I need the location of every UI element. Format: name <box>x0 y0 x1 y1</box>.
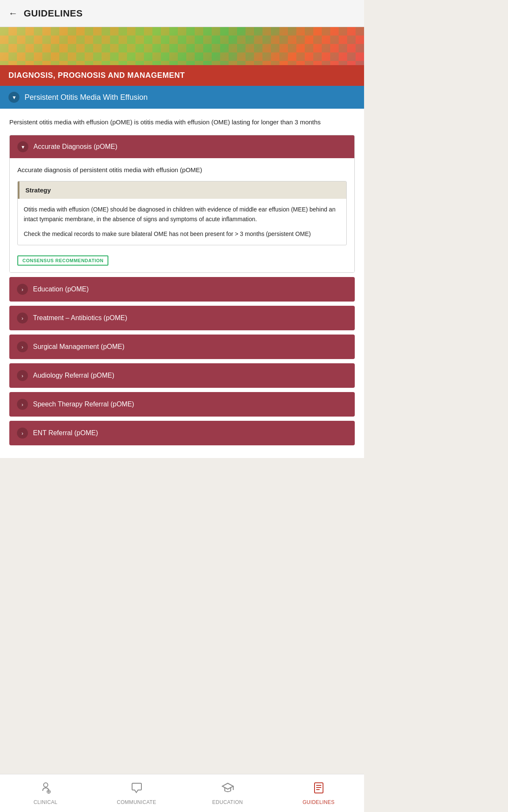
chevron-right-icon: › <box>17 284 28 295</box>
nav-label-education: EDUCATION <box>212 799 243 805</box>
chevron-right-icon: › <box>17 399 28 410</box>
accordion-expanded-body: Accurate diagnosis of persistent otitis … <box>10 158 354 272</box>
intro-text: Persistent otitis media with effusion (p… <box>9 117 355 127</box>
chevron-down-icon <box>8 92 19 103</box>
clinical-icon <box>39 782 52 794</box>
nav-item-communicate[interactable]: COMMUNICATE <box>91 774 182 812</box>
education-icon <box>221 782 234 794</box>
strategy-text-2: Check the medical records to make sure b… <box>24 229 340 239</box>
nav-label-communicate: COMMUNICATE <box>117 799 156 805</box>
accordion-collapsed-title: Treatment – Antibiotics (pOME) <box>33 314 127 322</box>
bottom-nav: CLINICAL COMMUNICATE EDUCATION GUIDELINE… <box>0 774 364 812</box>
svg-point-0 <box>44 783 48 787</box>
chevron-right-icon: › <box>17 341 28 352</box>
strategy-body: Otitis media with effusion (OME) should … <box>18 199 346 245</box>
accordion-body-text: Accurate diagnosis of persistent otitis … <box>17 165 347 175</box>
bottom-spacer <box>0 458 364 500</box>
blue-section-title: Persistent Otitis Media With Effusion <box>25 93 148 102</box>
accordion-collapsed-item[interactable]: › Surgical Management (pOME) <box>9 335 355 359</box>
accordion-collapsed-title: ENT Referral (pOME) <box>33 429 98 437</box>
accordion-collapsed-title: Speech Therapy Referral (pOME) <box>33 401 134 408</box>
nav-label-clinical: CLINICAL <box>33 799 57 805</box>
guidelines-icon <box>312 782 325 794</box>
accordion-container: ▾ Accurate Diagnosis (pOME) Accurate dia… <box>9 135 355 445</box>
clinical-nav-icon <box>39 782 52 797</box>
accordion-accurate-diagnosis: ▾ Accurate Diagnosis (pOME) Accurate dia… <box>9 135 355 273</box>
guidelines-nav-icon <box>312 782 325 797</box>
nav-item-guidelines[interactable]: GUIDELINES <box>273 774 364 812</box>
back-button[interactable]: ← <box>8 8 18 19</box>
accordion-collapsed-title: Education (pOME) <box>33 285 89 293</box>
communicate-icon <box>130 782 143 794</box>
strategy-box: Strategy Otitis media with effusion (OME… <box>17 181 347 245</box>
chevron-right-icon: › <box>17 428 28 439</box>
nav-item-education[interactable]: EDUCATION <box>182 774 273 812</box>
communicate-nav-icon <box>130 782 143 797</box>
chevron-right-icon: › <box>17 313 28 324</box>
accordion-collapsed-title: Audiology Referral (pOME) <box>33 372 114 379</box>
consensus-badge: CONSENSUS RECOMMENDATION <box>17 255 108 266</box>
strategy-text-1: Otitis media with effusion (OME) should … <box>24 205 340 224</box>
accordion-expanded-header[interactable]: ▾ Accurate Diagnosis (pOME) <box>10 135 354 158</box>
accordion-collapsed-item[interactable]: › Education (pOME) <box>9 277 355 302</box>
nav-item-clinical[interactable]: CLINICAL <box>0 774 91 812</box>
blue-section-header[interactable]: Persistent Otitis Media With Effusion <box>0 86 364 109</box>
chevron-right-icon: › <box>17 370 28 381</box>
accordion-collapsed-item[interactable]: › Audiology Referral (pOME) <box>9 363 355 388</box>
collapsed-accordions: › Education (pOME) › Treatment – Antibio… <box>9 277 355 445</box>
chevron-down-icon: ▾ <box>17 141 28 152</box>
accordion-collapsed-item[interactable]: › Speech Therapy Referral (pOME) <box>9 392 355 417</box>
nav-label-guidelines: GUIDELINES <box>303 799 335 805</box>
svg-marker-4 <box>222 783 233 789</box>
page-title: GUIDELINES <box>24 8 83 19</box>
red-banner: DIAGNOSIS, PROGNOSIS AND MANAGEMENT <box>0 65 364 86</box>
header: ← GUIDELINES <box>0 0 364 27</box>
accordion-collapsed-item[interactable]: › Treatment – Antibiotics (pOME) <box>9 306 355 330</box>
main-content: Persistent otitis media with effusion (p… <box>0 109 364 458</box>
accordion-collapsed-item[interactable]: › ENT Referral (pOME) <box>9 421 355 445</box>
accordion-expanded-title: Accurate Diagnosis (pOME) <box>33 143 117 151</box>
strategy-header: Strategy <box>18 181 346 199</box>
accordion-collapsed-title: Surgical Management (pOME) <box>33 343 124 351</box>
hero-image <box>0 27 364 65</box>
education-nav-icon <box>221 782 234 797</box>
